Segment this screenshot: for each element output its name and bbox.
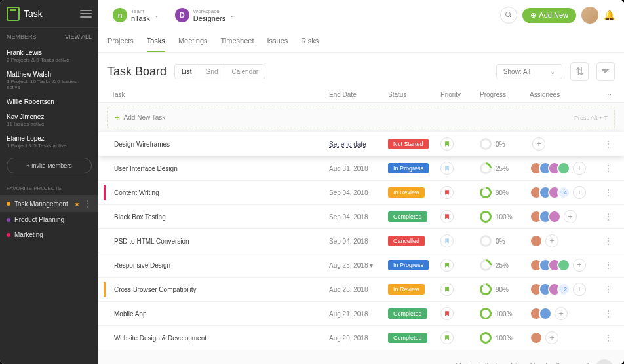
- menu-icon[interactable]: [80, 10, 92, 18]
- status-pill[interactable]: Completed: [388, 333, 427, 343]
- member-item[interactable]: Frank Lewis2 Projects & 8 Tasks active: [0, 45, 98, 67]
- row-more-icon[interactable]: ⋮: [602, 308, 615, 319]
- task-row[interactable]: Black Box Testing Sep 04, 2018 Completed…: [98, 205, 624, 229]
- tab-issues[interactable]: Issues: [267, 30, 288, 52]
- priority-flag[interactable]: [440, 307, 454, 320]
- team-crumb[interactable]: n Team nTask ⌄: [107, 5, 165, 25]
- row-more-icon[interactable]: ⋮: [602, 236, 615, 246]
- task-end-date[interactable]: Sep 04, 2018: [329, 189, 388, 196]
- view-grid[interactable]: Grid: [199, 65, 225, 79]
- tab-timesheet[interactable]: Timesheet: [221, 30, 254, 52]
- row-more-icon[interactable]: ⋮: [602, 187, 615, 198]
- priority-flag[interactable]: [440, 186, 454, 199]
- row-more-icon[interactable]: ⋮: [602, 163, 615, 173]
- tab-meetings[interactable]: Meetings: [178, 30, 208, 52]
- logo[interactable]: Task: [7, 7, 43, 21]
- filter-button[interactable]: ⏷: [596, 62, 615, 81]
- avatar: [530, 331, 543, 344]
- fav-item[interactable]: Task Management★⋮: [0, 195, 98, 212]
- add-assignee-button[interactable]: +: [555, 307, 568, 320]
- member-item[interactable]: Kay Jimenez11 Issues active: [0, 109, 98, 131]
- add-assignee-button[interactable]: +: [573, 186, 586, 199]
- member-item[interactable]: Willie Robertson: [0, 94, 98, 109]
- task-row[interactable]: Content Writing Sep 04, 2018 In Review 9…: [98, 181, 624, 205]
- member-item[interactable]: Elaine Lopez1 Project & 5 Tasks active: [0, 131, 98, 153]
- chevron-down-icon: ⌄: [154, 12, 159, 18]
- show-filter[interactable]: Show: All ⌄: [496, 64, 562, 79]
- progress-value: 100%: [496, 310, 513, 318]
- member-item[interactable]: Matthew Walsh1 Project, 10 Tasks & 6 Iss…: [0, 67, 98, 94]
- task-end-date[interactable]: Aug 21, 2018: [329, 310, 388, 318]
- task-row[interactable]: Mobile App Aug 21, 2018 Completed 100% +…: [98, 302, 624, 326]
- status-pill[interactable]: Completed: [388, 308, 427, 319]
- add-assignee-button[interactable]: +: [545, 234, 558, 247]
- task-end-date[interactable]: Aug 20, 2018: [329, 335, 388, 342]
- priority-flag[interactable]: [440, 162, 454, 175]
- task-row[interactable]: Design Wireframes Set end date Not Start…: [98, 132, 624, 156]
- task-row[interactable]: PSD to HTML Conversion Sep 04, 2018 Canc…: [98, 229, 624, 253]
- search-button[interactable]: [500, 7, 517, 24]
- tab-projects[interactable]: Projects: [107, 30, 134, 52]
- add-assignee-button[interactable]: +: [564, 210, 577, 223]
- priority-flag[interactable]: [440, 210, 454, 223]
- row-more-icon[interactable]: ⋮: [602, 333, 615, 343]
- tab-risks[interactable]: Risks: [301, 30, 319, 52]
- task-end-date[interactable]: Sep 04, 2018: [329, 213, 388, 221]
- task-row[interactable]: Website Design & Development Aug 20, 201…: [98, 326, 624, 350]
- task-row[interactable]: Responsive Design Aug 28, 2018 ▾ In Prog…: [98, 253, 624, 278]
- chat-button[interactable]: 💬: [595, 359, 614, 364]
- add-new-button[interactable]: ⊕ Add New: [522, 8, 576, 23]
- priority-flag[interactable]: [440, 283, 454, 296]
- task-end-date[interactable]: Sep 04, 2018: [329, 238, 388, 245]
- task-end-date[interactable]: Set end date: [329, 141, 388, 148]
- avatar-more[interactable]: +2: [557, 283, 570, 296]
- status-pill[interactable]: In Progress: [388, 260, 429, 270]
- view-list[interactable]: List: [175, 65, 199, 79]
- status-pill[interactable]: Cancelled: [388, 236, 425, 246]
- add-assignee-button[interactable]: +: [573, 283, 586, 296]
- status-pill[interactable]: In Progress: [388, 163, 429, 173]
- fav-item[interactable]: Marketing: [0, 227, 98, 242]
- status-pill[interactable]: In Review: [388, 187, 425, 198]
- col-more-icon[interactable]: ⋯: [602, 91, 615, 98]
- assignees: +: [530, 162, 602, 175]
- task-row[interactable]: Cross Browser Compatibility Aug 28, 2018…: [98, 278, 624, 302]
- avatar-more[interactable]: +4: [557, 186, 570, 199]
- add-assignee-button[interactable]: +: [545, 331, 558, 344]
- tab-tasks[interactable]: Tasks: [147, 30, 165, 52]
- priority-flag[interactable]: [440, 331, 454, 344]
- row-more-icon[interactable]: ⋮: [602, 284, 615, 295]
- add-task-row[interactable]: + Add New Task Press Alt + T: [107, 107, 615, 128]
- add-assignee-button[interactable]: +: [532, 137, 545, 151]
- task-end-date[interactable]: Aug 28, 2018 ▾: [329, 262, 388, 269]
- priority-flag[interactable]: [440, 234, 454, 247]
- priority-flag[interactable]: [440, 137, 454, 151]
- assignees: +: [530, 307, 602, 320]
- chevron-down-icon: ⌄: [550, 68, 555, 75]
- task-end-date[interactable]: Aug 31, 2018: [329, 165, 388, 172]
- priority-flag[interactable]: [440, 259, 454, 272]
- task-end-date[interactable]: Aug 28, 2018: [329, 286, 388, 293]
- row-more-icon[interactable]: ⋮: [602, 139, 615, 149]
- add-assignee-button[interactable]: +: [573, 259, 586, 272]
- bell-icon[interactable]: 🔔: [604, 10, 615, 20]
- status-pill[interactable]: In Review: [388, 284, 425, 295]
- task-row[interactable]: User Interface Design Aug 31, 2018 In Pr…: [98, 156, 624, 181]
- invite-members-button[interactable]: + Invite Members: [7, 158, 92, 173]
- add-assignee-button[interactable]: +: [573, 162, 586, 175]
- status-pill[interactable]: Completed: [388, 211, 427, 222]
- row-more-icon[interactable]: ⋮: [602, 260, 615, 270]
- user-avatar[interactable]: [581, 7, 598, 24]
- more-icon[interactable]: ⋮: [84, 199, 92, 208]
- sort-button[interactable]: ⇅: [570, 62, 589, 81]
- row-more-icon[interactable]: ⋮: [602, 211, 615, 222]
- fav-item[interactable]: Product Planning: [0, 212, 98, 227]
- status-pill[interactable]: Not Started: [388, 139, 429, 149]
- workspace-crumb[interactable]: D Workspace Designers ⌄: [170, 5, 241, 25]
- view-calendar[interactable]: Calendar: [225, 65, 265, 79]
- workspace-avatar: D: [175, 8, 189, 22]
- view-all-link[interactable]: View All: [65, 33, 92, 40]
- avatar: [539, 307, 552, 320]
- logo-text: Task: [24, 9, 43, 19]
- member-name: Elaine Lopez: [7, 135, 92, 142]
